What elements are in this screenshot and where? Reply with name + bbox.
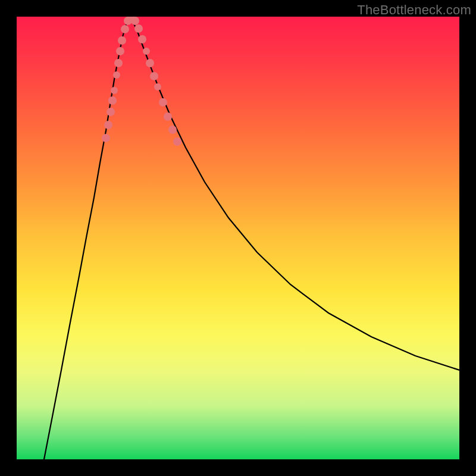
highlight-dot — [159, 98, 167, 107]
highlight-dot — [104, 121, 112, 129]
curve-right-branch — [130, 18, 459, 370]
highlight-dot — [131, 17, 139, 25]
highlight-dot — [102, 134, 110, 142]
highlight-dot — [108, 96, 117, 105]
highlight-dot — [138, 35, 146, 43]
highlight-dot — [118, 36, 126, 45]
watermark-text: TheBottleneck.com — [357, 2, 471, 18]
highlight-dot — [154, 83, 161, 90]
highlight-dot — [164, 112, 172, 121]
highlight-dot — [113, 71, 120, 79]
highlight-dot — [114, 59, 123, 67]
chart-frame — [17, 17, 459, 459]
highlight-dot — [121, 25, 129, 33]
curve-left-branch — [44, 18, 130, 459]
highlight-dot — [150, 72, 158, 80]
highlight-dot — [173, 137, 181, 146]
highlight-dot — [107, 108, 115, 116]
highlight-dot — [116, 47, 124, 55]
chart-svg — [17, 17, 459, 459]
highlight-dot — [134, 24, 143, 33]
highlight-dot — [168, 126, 177, 134]
highlight-dot — [146, 59, 154, 67]
highlight-dot — [143, 48, 150, 55]
highlight-dot — [111, 87, 118, 94]
